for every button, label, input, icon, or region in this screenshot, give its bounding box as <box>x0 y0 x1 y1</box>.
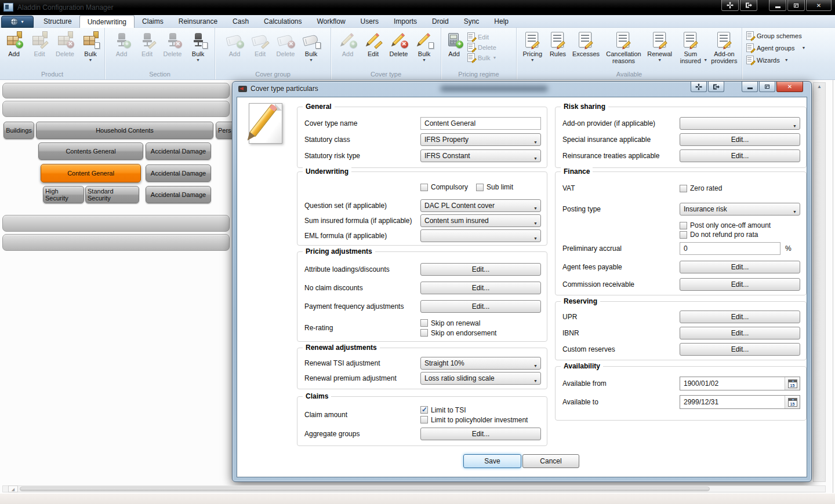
available-add-on-providers-button[interactable]: Add-on providers <box>707 31 742 64</box>
application-menu-button[interactable]: ▼ <box>1 16 34 28</box>
custom-reserves-edit-button[interactable]: Edit... <box>680 343 800 356</box>
product-delete-button[interactable]: ✕ Delete <box>52 31 78 62</box>
calendar-button[interactable]: 15 <box>785 377 800 390</box>
zero-rated-checkbox[interactable] <box>680 185 687 192</box>
cover-group-add-button[interactable]: + Add <box>222 31 248 62</box>
available-rules-button[interactable]: Rules <box>546 31 570 64</box>
cover-button-high-security[interactable]: High Security <box>43 186 84 203</box>
section-add-button[interactable]: + Add <box>109 31 135 62</box>
skip-on-endorsement-checkbox[interactable] <box>420 329 428 337</box>
tab-help[interactable]: Help <box>487 15 516 28</box>
renewal-tsi-select[interactable]: Straight 10% <box>420 357 541 370</box>
available-renewal-button[interactable]: Renewal▼ <box>645 31 674 64</box>
cover-button-content-general-selected[interactable]: Content General <box>41 164 141 182</box>
cover-type-bulk-button[interactable]: Bulk▼ <box>412 31 437 62</box>
sum-insured-formula-select[interactable]: Content sum insured <box>420 214 541 227</box>
cover-type-edit-button[interactable]: Edit <box>361 31 386 62</box>
tab-users[interactable]: Users <box>353 15 386 28</box>
tab-structure[interactable]: Structure <box>36 15 79 28</box>
window-minimize-button[interactable] <box>769 0 786 11</box>
scroll-up-icon[interactable]: ▲ <box>814 84 825 89</box>
product-button-buildings[interactable]: Buildings <box>3 122 34 139</box>
agent-groups-button[interactable]: Agent groups▼ <box>746 43 835 52</box>
aggregate-groups-edit-button[interactable]: Edit... <box>420 428 541 440</box>
skip-on-renewal-checkbox[interactable] <box>420 319 428 327</box>
calendar-button[interactable]: 15 <box>785 396 800 408</box>
question-set-select[interactable]: DAC PL Content cover <box>420 199 541 212</box>
cover-button-standard-security[interactable]: Standard Security <box>85 186 139 203</box>
window-dock-button[interactable] <box>740 0 757 11</box>
agent-fees-edit-button[interactable]: Edit... <box>680 261 800 273</box>
eml-formula-select[interactable] <box>420 229 541 242</box>
available-sum-insured-button[interactable]: Sum insured▼ <box>674 31 707 64</box>
ibnr-edit-button[interactable]: Edit... <box>680 327 800 339</box>
limit-to-tsi-checkbox[interactable] <box>420 406 428 414</box>
vertical-scrollbar[interactable]: ▲ <box>813 82 826 482</box>
available-pricing-button[interactable]: Pricing▼ <box>519 31 546 64</box>
tab-sync[interactable]: Sync <box>456 15 487 28</box>
tab-underwriting[interactable]: Underwriting <box>79 15 135 28</box>
wizards-button[interactable]: Wizards▼ <box>746 56 835 64</box>
compulsory-checkbox[interactable] <box>420 184 428 191</box>
add-on-provider-select[interactable] <box>680 117 800 130</box>
product-button-household-contents[interactable]: Household Contents <box>36 122 213 139</box>
available-from-datepicker[interactable]: 1900/01/02 15 <box>680 377 800 390</box>
pricing-regime-delete-button[interactable]: Delete <box>467 43 496 52</box>
cover-type-delete-button[interactable]: ✕ Delete <box>386 31 412 62</box>
renewal-premium-select[interactable]: Loss ratio sliding scale <box>420 372 541 385</box>
statutory-risk-type-select[interactable]: IFRS Constant <box>420 149 541 162</box>
cover-group-bulk-button[interactable]: Bulk▼ <box>299 31 324 62</box>
window-restore-button[interactable] <box>787 0 805 11</box>
horizontal-scrollbar-thumb[interactable] <box>20 487 710 491</box>
cover-button-accidental-damage-2[interactable]: Accidental Damage <box>146 186 211 203</box>
tab-droid[interactable]: Droid <box>424 15 456 28</box>
pricing-regime-bulk-button[interactable]: Bulk▼ <box>467 53 496 62</box>
available-cancellation-reasons-button[interactable]: Cancellation reasons <box>602 31 645 64</box>
available-excesses-button[interactable]: Excesses <box>569 31 602 64</box>
cover-group-delete-button[interactable]: ✕ Delete <box>273 31 299 62</box>
posting-type-select[interactable]: Insurance risk <box>680 203 800 216</box>
cancel-button[interactable]: Cancel <box>522 454 579 468</box>
payment-frequency-edit-button[interactable]: Edit... <box>420 300 541 313</box>
upr-edit-button[interactable]: Edit... <box>680 311 800 323</box>
scrollbar-corner-box[interactable]: ◢ <box>8 485 18 492</box>
tab-workflow[interactable]: Workflow <box>309 15 353 28</box>
available-to-datepicker[interactable]: 2999/12/31 15 <box>680 395 800 409</box>
dialog-minimize-button[interactable] <box>742 82 758 92</box>
commission-receivable-edit-button[interactable]: Edit... <box>680 278 800 291</box>
dialog-dock-button[interactable] <box>708 82 724 92</box>
tab-claims[interactable]: Claims <box>135 15 171 28</box>
cover-group-edit-button[interactable]: Edit <box>248 31 273 62</box>
cover-type-add-button[interactable]: + Add <box>335 31 361 62</box>
dialog-restore-button[interactable] <box>759 82 775 92</box>
tab-cash[interactable]: Cash <box>225 15 256 28</box>
save-button[interactable]: Save <box>463 454 521 468</box>
section-delete-button[interactable]: ✕ Delete <box>160 31 186 62</box>
tab-imports[interactable]: Imports <box>386 15 424 28</box>
sub-limit-checkbox[interactable] <box>476 184 484 191</box>
section-button-accidental-damage[interactable]: Accidental Damage <box>146 143 211 160</box>
group-schemes-button[interactable]: Group schemes <box>746 31 835 40</box>
product-edit-button[interactable]: Edit <box>27 31 52 62</box>
window-close-button[interactable]: ✕ <box>806 0 832 11</box>
pricing-regime-add-button[interactable]: + Add <box>441 31 467 62</box>
limit-to-policyholder-checkbox[interactable] <box>420 416 428 423</box>
no-claim-discounts-edit-button[interactable]: Edit... <box>420 282 541 294</box>
section-edit-button[interactable]: Edit <box>135 31 160 62</box>
tab-calculations[interactable]: Calculations <box>256 15 309 28</box>
section-button-contents-general[interactable]: Contents General <box>38 143 143 160</box>
cover-type-name-input[interactable]: Content General <box>420 117 541 130</box>
dialog-close-button[interactable]: ✕ <box>776 82 803 92</box>
cover-button-accidental-damage[interactable]: Accidental Damage <box>146 165 211 182</box>
tab-reinsurance[interactable]: Reinsurance <box>171 15 225 28</box>
dialog-move-button[interactable] <box>691 82 707 92</box>
preliminary-accrual-input[interactable]: 0 <box>680 242 780 255</box>
window-move-button[interactable] <box>721 0 739 11</box>
product-add-button[interactable]: + Add <box>1 31 27 62</box>
attribute-loadings-edit-button[interactable]: Edit... <box>420 263 541 276</box>
no-refund-pro-rata-checkbox[interactable] <box>680 231 687 239</box>
product-bulk-button[interactable]: Bulk▼ <box>78 31 103 62</box>
special-insurance-edit-button[interactable]: Edit... <box>680 133 800 146</box>
pricing-regime-edit-button[interactable]: Edit <box>467 32 496 41</box>
section-bulk-button[interactable]: Bulk▼ <box>186 31 211 62</box>
